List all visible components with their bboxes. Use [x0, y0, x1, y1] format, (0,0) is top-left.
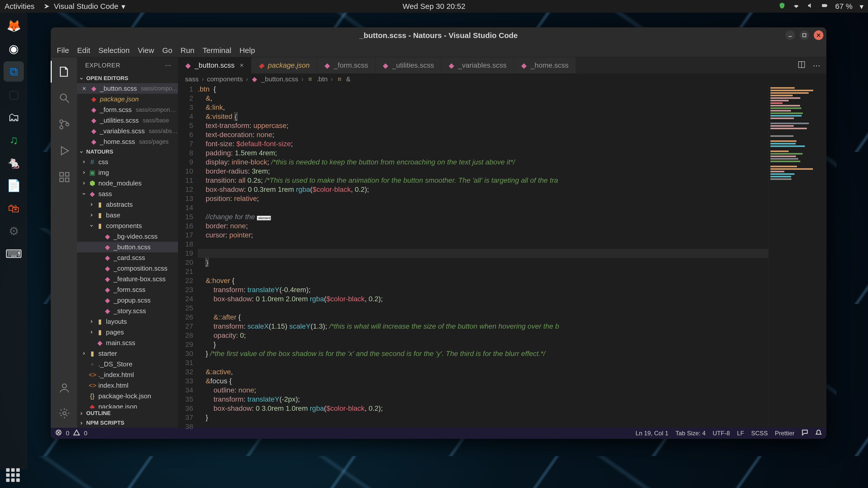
- close-icon[interactable]: ×: [240, 61, 244, 69]
- open-editor-item[interactable]: ×◆_button.scsssass/compo...: [77, 83, 178, 94]
- open-editor-item[interactable]: ◆_variables.scsssass/abst...: [77, 126, 178, 136]
- minimize-button[interactable]: [785, 30, 795, 40]
- open-editor-item[interactable]: ◆_utilities.scsssass/base: [77, 115, 178, 126]
- tab-_form-scss[interactable]: ◆_form.scss: [317, 57, 375, 73]
- editor[interactable]: 1234567891011121314151617181920212223242…: [178, 85, 827, 428]
- tree-file[interactable]: ◆_feature-box.scss: [77, 274, 178, 284]
- open-editor-item[interactable]: ◆_form.scsssass/compone...: [77, 104, 178, 115]
- active-app-menu[interactable]: Visual Studio Code ▾: [43, 2, 125, 11]
- tree-file[interactable]: ◆main.scss: [77, 337, 178, 348]
- tree-folder[interactable]: #css: [77, 157, 178, 167]
- tree-file[interactable]: <>index.html: [77, 380, 178, 391]
- breadcrumb-item[interactable]: _button.scss: [261, 75, 298, 83]
- tree-file[interactable]: ◆_story.scss: [77, 305, 178, 316]
- open-editor-item[interactable]: ◆_home.scsssass/pages: [77, 136, 178, 147]
- split-editor-icon[interactable]: [798, 61, 806, 70]
- maximize-button[interactable]: [800, 30, 809, 40]
- activities-button[interactable]: Activities: [5, 2, 34, 11]
- tab-_utilities-scss[interactable]: ◆_utilities.scss: [375, 57, 441, 73]
- tree-folder[interactable]: ▮starter: [77, 348, 178, 359]
- eol[interactable]: LF: [737, 430, 744, 437]
- code-area[interactable]: .btn { &, &:link, &:visited { text-trans…: [198, 85, 827, 428]
- dock-terminal[interactable]: ▢: [4, 84, 24, 104]
- activity-run[interactable]: [51, 140, 77, 162]
- breadcrumb-item[interactable]: sass: [185, 75, 198, 83]
- tree-file[interactable]: ◆_bg-video.scss: [77, 231, 178, 242]
- tree-folder[interactable]: ◆sass: [77, 189, 178, 199]
- tree-folder[interactable]: ▮pages: [77, 327, 178, 337]
- tree-folder[interactable]: ▣img: [77, 167, 178, 178]
- tree-folder[interactable]: ⬢node_modules: [77, 178, 178, 189]
- tree-file[interactable]: ▫._DS_Store: [77, 359, 178, 369]
- tab-package-json[interactable]: ◆package.json: [251, 57, 317, 73]
- tree-folder[interactable]: ▮components: [77, 221, 178, 231]
- menu-view[interactable]: View: [138, 46, 154, 55]
- breadcrumb-item[interactable]: components: [207, 75, 243, 83]
- tree-file[interactable]: ◆_popup.scss: [77, 295, 178, 305]
- dock-toggle[interactable]: ⌨: [4, 244, 24, 264]
- npm-scripts-header[interactable]: NPM SCRIPTS: [77, 418, 178, 428]
- wifi-icon[interactable]: [793, 2, 800, 11]
- dock-spotify[interactable]: ♫: [4, 130, 24, 150]
- tree-file[interactable]: ◆_button.scss: [77, 242, 178, 252]
- warnings-icon[interactable]: [73, 429, 80, 437]
- bell-icon[interactable]: [815, 429, 822, 437]
- more-actions-icon[interactable]: ⋯: [813, 61, 820, 70]
- menu-run[interactable]: Run: [181, 46, 194, 55]
- tree-folder[interactable]: ▮base: [77, 210, 178, 221]
- menu-help[interactable]: Help: [239, 46, 255, 55]
- menu-edit[interactable]: Edit: [77, 46, 90, 55]
- feedback-icon[interactable]: [802, 429, 808, 437]
- tree-file[interactable]: {}package-lock.json: [77, 391, 178, 401]
- shield-icon[interactable]: [778, 2, 785, 11]
- tab-_button-scss[interactable]: ◆_button.scss×: [178, 57, 251, 73]
- breadcrumb-item[interactable]: &: [346, 75, 350, 83]
- close-button[interactable]: [814, 30, 824, 40]
- clock[interactable]: Wed Sep 30 20:52: [403, 2, 465, 11]
- volume-icon[interactable]: [807, 2, 814, 11]
- tree-folder[interactable]: ▮layouts: [77, 316, 178, 327]
- cursor-position[interactable]: Ln 19, Col 1: [636, 430, 668, 437]
- activity-scm[interactable]: [51, 113, 77, 135]
- tab-size[interactable]: Tab Size: 4: [676, 430, 706, 437]
- sidebar-more-icon[interactable]: ⋯: [165, 62, 172, 69]
- open-editor-item[interactable]: ◆package.json: [77, 94, 178, 104]
- errors-icon[interactable]: [55, 429, 62, 437]
- tab-_variables-scss[interactable]: ◆_variables.scss: [441, 57, 514, 73]
- project-header[interactable]: NATOURS: [77, 147, 178, 157]
- tree-file[interactable]: ◆package.json: [77, 401, 178, 409]
- dock-files[interactable]: 🗂: [4, 107, 24, 127]
- dock-libreoffice[interactable]: 📄: [4, 175, 24, 196]
- menu-selection[interactable]: Selection: [98, 46, 129, 55]
- activity-extensions[interactable]: [51, 166, 77, 188]
- breadcrumb[interactable]: sass›components›◆_button.scss›⌗.btn›⌗&: [178, 73, 827, 85]
- tab-_home-scss[interactable]: ◆_home.scss: [514, 57, 576, 73]
- dock-vscode[interactable]: ⧉: [4, 61, 24, 82]
- tree-folder[interactable]: ▮abstracts: [77, 199, 178, 210]
- dock-robot[interactable]: 🐁: [4, 153, 24, 173]
- activity-explorer[interactable]: [51, 61, 77, 83]
- prettier-status[interactable]: Prettier: [775, 430, 795, 437]
- menu-terminal[interactable]: Terminal: [203, 46, 231, 55]
- tree-file[interactable]: ◆_form.scss: [77, 284, 178, 295]
- minimap[interactable]: [768, 85, 827, 428]
- encoding[interactable]: UTF-8: [713, 430, 730, 437]
- open-editors-header[interactable]: OPEN EDITORS: [77, 73, 178, 83]
- dock-settings[interactable]: ⚙: [4, 221, 24, 241]
- language-mode[interactable]: SCSS: [751, 430, 768, 437]
- breadcrumb-item[interactable]: .btn: [317, 75, 328, 83]
- chevron-down-icon[interactable]: ▾: [860, 2, 863, 11]
- battery-icon[interactable]: [821, 2, 828, 11]
- outline-header[interactable]: OUTLINE: [77, 409, 178, 418]
- activity-settings[interactable]: [57, 402, 70, 424]
- dock-software[interactable]: 🛍: [4, 198, 24, 219]
- tree-file[interactable]: <>._index.html: [77, 369, 178, 380]
- menu-file[interactable]: File: [57, 46, 69, 55]
- dock-chrome[interactable]: ◉: [4, 38, 24, 59]
- tree-file[interactable]: ◆_card.scss: [77, 252, 178, 263]
- show-applications-button[interactable]: [6, 468, 21, 483]
- dock-firefox[interactable]: 🦊: [4, 16, 24, 36]
- activity-search[interactable]: [51, 87, 77, 109]
- tree-file[interactable]: ◆_composition.scss: [77, 263, 178, 274]
- menu-go[interactable]: Go: [162, 46, 173, 55]
